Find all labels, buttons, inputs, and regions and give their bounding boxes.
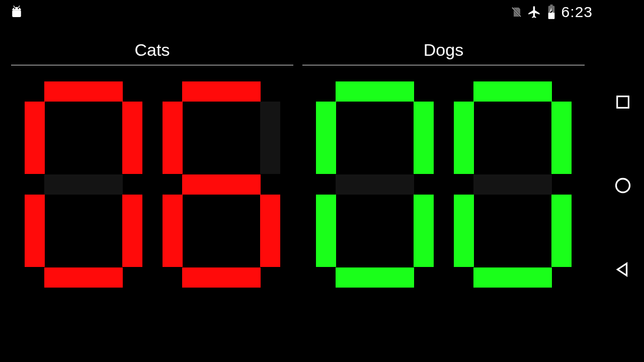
- nav-back-icon[interactable]: [614, 260, 632, 279]
- svg-point-1: [14, 8, 16, 9]
- svg-point-11: [616, 178, 630, 192]
- digit: [163, 81, 280, 288]
- svg-point-2: [18, 8, 19, 9]
- no-sim-icon: [510, 5, 522, 19]
- digit: [454, 81, 572, 288]
- android-nav-bar: [602, 0, 644, 362]
- score-display-left: [11, 81, 293, 288]
- android-debug-icon: [9, 5, 24, 20]
- score-panel-right[interactable]: Dogs: [302, 40, 585, 288]
- digit: [25, 81, 142, 288]
- main-content: Cats Dogs: [11, 40, 585, 288]
- score-display-right: [302, 81, 585, 288]
- svg-rect-8: [550, 5, 552, 6]
- battery-charging-icon: [546, 5, 556, 20]
- digit: [316, 81, 434, 288]
- svg-rect-10: [617, 96, 629, 108]
- nav-home-icon[interactable]: [614, 176, 632, 195]
- airplane-mode-icon: [527, 5, 541, 19]
- score-panel-left[interactable]: Cats: [11, 40, 293, 288]
- svg-line-4: [19, 6, 20, 8]
- status-bar: 6:23: [0, 0, 644, 24]
- panel-label: Dogs: [302, 40, 585, 65]
- panel-label: Cats: [11, 40, 293, 65]
- svg-line-3: [14, 6, 15, 8]
- nav-recent-icon[interactable]: [614, 94, 631, 111]
- status-bar-clock: 6:23: [561, 4, 593, 21]
- svg-rect-0: [12, 10, 21, 17]
